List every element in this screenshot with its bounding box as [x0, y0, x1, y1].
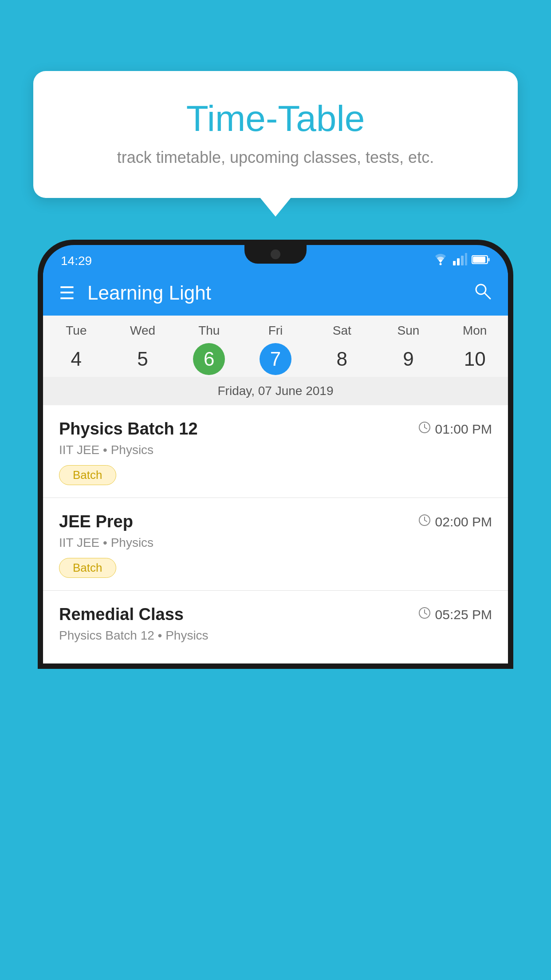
- svg-line-18: [425, 613, 427, 614]
- svg-line-12: [425, 427, 427, 429]
- item-subtitle-2: Physics Batch 12 • Physics: [59, 628, 492, 643]
- calendar-day-10[interactable]: Mon10: [441, 324, 508, 375]
- item-title-0: Physics Batch 12: [59, 419, 198, 439]
- schedule-item-0[interactable]: Physics Batch 12 01:00 PMIIT JEE • Physi…: [43, 405, 508, 498]
- status-icons: [433, 253, 490, 269]
- clock-icon: [418, 514, 431, 530]
- calendar-day-7[interactable]: Fri7: [242, 324, 309, 375]
- battery-icon: [472, 254, 490, 268]
- calendar-day-5[interactable]: Wed5: [110, 324, 176, 375]
- svg-rect-6: [473, 257, 485, 263]
- search-icon[interactable]: [472, 281, 492, 305]
- item-time-text-1: 02:00 PM: [435, 514, 492, 530]
- svg-line-9: [484, 293, 490, 299]
- clock-icon: [418, 607, 431, 622]
- phone-camera: [271, 249, 280, 259]
- calendar-day-9[interactable]: Sun9: [375, 324, 442, 375]
- svg-rect-2: [457, 258, 460, 265]
- item-time-text-0: 01:00 PM: [435, 422, 492, 437]
- status-time: 14:29: [61, 254, 92, 268]
- app-bar: ☰ Learning Light: [43, 273, 508, 316]
- batch-tag-1: Batch: [59, 558, 116, 578]
- phone-mockup: 14:29: [38, 240, 513, 980]
- menu-icon[interactable]: ☰: [59, 283, 75, 303]
- days-row: Tue4Wed5Thu6Fri7Sat8Sun9Mon10: [43, 316, 508, 377]
- item-title-1: JEE Prep: [59, 512, 133, 531]
- tooltip-title: Time-Table: [55, 98, 496, 139]
- calendar-day-8[interactable]: Sat8: [309, 324, 375, 375]
- svg-rect-7: [488, 258, 490, 261]
- calendar-day-6[interactable]: Thu6: [176, 324, 242, 375]
- clock-icon: [418, 421, 431, 437]
- svg-line-15: [425, 520, 427, 522]
- calendar-day-4[interactable]: Tue4: [43, 324, 110, 375]
- phone-outer: 14:29: [38, 240, 513, 669]
- schedule-item-2[interactable]: Remedial Class 05:25 PMPhysics Batch 12 …: [43, 591, 508, 664]
- tooltip-card: Time-Table track timetable, upcoming cla…: [33, 71, 518, 198]
- svg-rect-4: [465, 253, 467, 265]
- item-title-2: Remedial Class: [59, 605, 184, 624]
- tooltip-subtitle: track timetable, upcoming classes, tests…: [55, 148, 496, 167]
- item-subtitle-1: IIT JEE • Physics: [59, 536, 492, 550]
- batch-tag-0: Batch: [59, 465, 116, 485]
- wifi-icon: [433, 253, 449, 269]
- item-time-text-2: 05:25 PM: [435, 607, 492, 622]
- item-subtitle-0: IIT JEE • Physics: [59, 443, 492, 457]
- selected-date-label: Friday, 07 June 2019: [43, 377, 508, 405]
- schedule-item-1[interactable]: JEE Prep 02:00 PMIIT JEE • PhysicsBatch: [43, 498, 508, 591]
- calendar-section: Tue4Wed5Thu6Fri7Sat8Sun9Mon10 Friday, 07…: [43, 316, 508, 405]
- phone-notch: [244, 245, 307, 264]
- phone-screen: 14:29: [43, 245, 508, 664]
- signal-icon: [453, 253, 467, 269]
- svg-point-0: [440, 263, 442, 265]
- svg-rect-3: [461, 256, 464, 265]
- schedule-list: Physics Batch 12 01:00 PMIIT JEE • Physi…: [43, 405, 508, 664]
- svg-rect-1: [453, 261, 456, 265]
- app-title: Learning Light: [87, 282, 472, 304]
